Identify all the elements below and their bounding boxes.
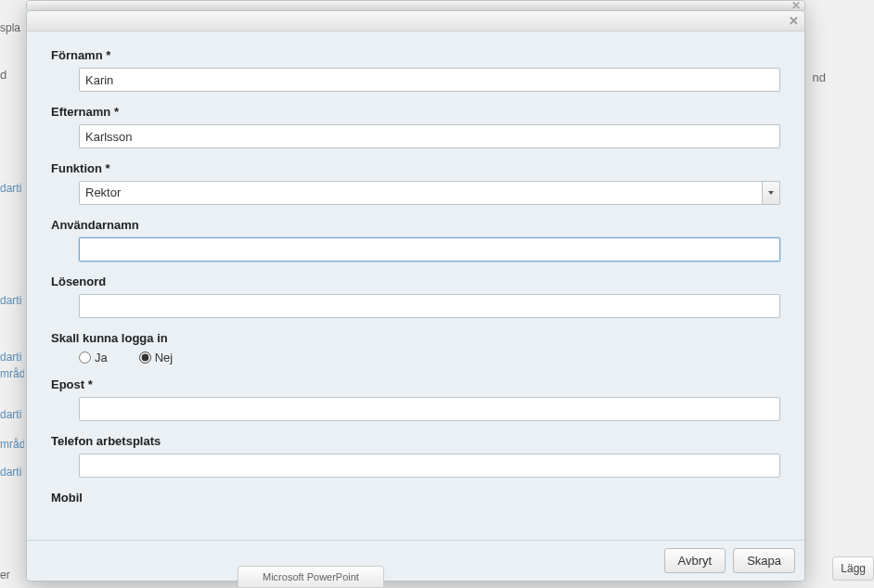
radio-option-yes[interactable]: Ja <box>79 351 108 364</box>
label-lastname: Efternamn * <box>51 105 780 119</box>
dialog-button-bar: Avbryt Skapa <box>27 540 804 581</box>
form-body: Förnamn * Efternamn * Funktion * Rektor … <box>27 32 804 540</box>
bg-text: d <box>0 68 6 82</box>
password-input[interactable] <box>79 294 780 318</box>
firstname-input[interactable] <box>79 68 780 92</box>
bg-link[interactable]: darti <box>0 466 24 479</box>
field-firstname: Förnamn * <box>51 48 780 92</box>
label-login-allowed: Skall kunna logga in <box>51 331 780 345</box>
radio-no[interactable] <box>139 352 151 364</box>
field-lastname: Efternamn * <box>51 105 780 148</box>
function-select-dropdown-button[interactable] <box>762 181 780 205</box>
field-email: Epost * <box>51 377 780 421</box>
chevron-down-icon <box>768 191 774 195</box>
field-password: Lösenord <box>51 275 780 318</box>
cancel-button[interactable]: Avbryt <box>664 548 726 573</box>
radio-option-no[interactable]: Nej <box>139 351 174 364</box>
label-email: Epost * <box>51 377 780 391</box>
taskbar-app-powerpoint[interactable]: Microsoft PowerPoint <box>238 566 384 588</box>
radio-yes-label: Ja <box>95 351 108 364</box>
work-phone-input[interactable] <box>79 454 780 478</box>
label-work-phone: Telefon arbetsplats <box>51 434 780 448</box>
bg-text: nd <box>813 70 826 84</box>
field-function: Funktion * Rektor <box>51 161 780 205</box>
bg-link[interactable]: mråd <box>0 438 24 451</box>
field-work-phone: Telefon arbetsplats <box>51 434 780 478</box>
label-function: Funktion * <box>51 161 780 175</box>
close-icon[interactable]: ✕ <box>789 14 799 28</box>
dialog-titlebar[interactable]: ✕ <box>27 11 804 32</box>
bg-link[interactable]: darti <box>0 408 24 421</box>
bg-text: er <box>0 569 10 582</box>
bg-link[interactable]: darti <box>0 182 24 195</box>
username-input[interactable] <box>79 237 780 262</box>
bg-link[interactable]: mråd <box>0 367 24 380</box>
add-button-bg[interactable]: Lägg <box>832 556 874 581</box>
bg-link[interactable]: darti <box>0 351 24 364</box>
email-input[interactable] <box>79 397 780 421</box>
field-login-allowed: Skall kunna logga in Ja Nej <box>51 331 780 364</box>
label-password: Lösenord <box>51 275 780 288</box>
lastname-input[interactable] <box>79 124 780 148</box>
function-select[interactable]: Rektor <box>79 181 780 205</box>
bg-text: spla <box>0 21 20 34</box>
label-mobile: Mobil <box>51 491 780 505</box>
label-username: Användarnamn <box>51 218 780 232</box>
label-firstname: Förnamn * <box>51 48 780 62</box>
radio-no-label: Nej <box>155 351 174 364</box>
field-mobile: Mobil <box>51 491 780 505</box>
radio-yes[interactable] <box>79 352 91 364</box>
field-username: Användarnamn <box>51 218 780 262</box>
create-user-dialog: ✕ Förnamn * Efternamn * Funktion * Rekto… <box>26 10 805 582</box>
bg-link[interactable]: darti <box>0 294 24 307</box>
create-button[interactable]: Skapa <box>733 548 795 573</box>
